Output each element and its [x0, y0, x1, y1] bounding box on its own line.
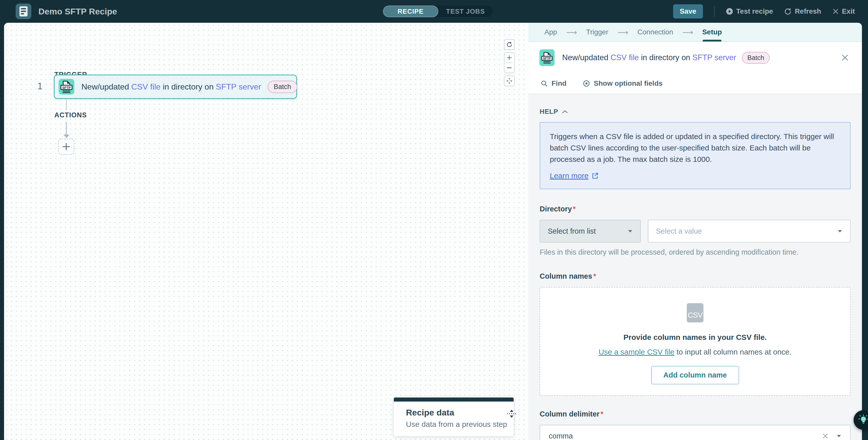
column-delimiter-value: comma	[549, 432, 822, 440]
directory-field: Directory* Select from list Select a val…	[540, 205, 850, 256]
show-optional-label: Show optional fields	[594, 80, 662, 88]
help-callout: Triggers when a CSV file is added or upd…	[540, 122, 850, 189]
use-sample-csv-link[interactable]: Use a sample CSV file	[598, 348, 674, 356]
panel-trigger-title: New/updated CSV file in directory on SFT…	[562, 53, 736, 62]
title-text-2: in directory on	[160, 82, 216, 91]
recipe-doc-icon	[19, 6, 28, 17]
config-breadcrumb: App ⟶ Trigger ⟶ Connection ⟶ Setup	[528, 23, 862, 42]
close-panel-button[interactable]	[839, 52, 851, 63]
page-title: Demo SFTP Recipe	[38, 7, 117, 17]
help-collapse-toggle[interactable]: HELP	[540, 108, 850, 116]
column-delimiter-label: Column delimiter	[540, 410, 599, 418]
breadcrumb-trigger[interactable]: Trigger	[586, 23, 609, 41]
csv-file-icon: CSV	[687, 303, 704, 322]
breadcrumb-setup[interactable]: Setup	[702, 23, 722, 41]
tab-test-jobs[interactable]: TEST JOBS	[438, 5, 493, 17]
trigger-step-card[interactable]: SFTP New/updated CSV file in directory o…	[54, 75, 297, 99]
svg-text:SFTP: SFTP	[543, 57, 551, 60]
panel-toolbar: Find Show optional fields	[528, 74, 862, 94]
required-marker: *	[593, 272, 596, 280]
setup-form: HELP Triggers when a CSV file is added o…	[528, 94, 862, 440]
recipe-data-header-bar	[394, 398, 514, 402]
header-actions: Save Test recipe Refresh Exit	[673, 0, 855, 23]
top-bar: Demo SFTP Recipe RECIPE TEST JOBS Save T…	[0, 0, 868, 23]
breadcrumb-arrow-icon: ⟶	[566, 28, 577, 37]
column-delimiter-select[interactable]: comma	[540, 425, 850, 440]
column-names-empty-state: CSV Provide column names in your CSV fil…	[540, 287, 850, 396]
step-number: 1	[35, 81, 45, 92]
show-optional-fields-button[interactable]: Show optional fields	[583, 80, 662, 88]
pan-move-icon	[506, 78, 513, 84]
app-logo-icon	[16, 3, 31, 19]
actions-section-label: ACTIONS	[54, 111, 87, 119]
learn-more-link[interactable]: Learn more	[550, 171, 588, 180]
clear-icon[interactable]	[822, 432, 829, 440]
help-label: HELP	[540, 108, 558, 116]
sftp-file-icon: SFTP	[59, 79, 74, 94]
directory-mode-value: Select from list	[548, 227, 596, 235]
reset-view-button[interactable]	[504, 39, 515, 50]
title-link-sftp-server[interactable]: SFTP server	[216, 82, 261, 91]
chevron-up-icon	[562, 110, 568, 114]
title-link-csv-file[interactable]: CSV file	[611, 53, 639, 62]
column-delimiter-field: Column delimiter* comma The character us…	[540, 410, 850, 440]
recipe-data-panel[interactable]: Recipe data Use data from a previous ste…	[394, 398, 514, 436]
pan-tool-button[interactable]	[504, 76, 515, 86]
help-text: Triggers when a CSV file is added or upd…	[550, 131, 840, 165]
optional-fields-icon	[583, 80, 590, 87]
reset-icon	[506, 41, 513, 48]
title-link-csv-file[interactable]: CSV file	[131, 82, 160, 91]
sftp-file-icon: SFTP	[540, 50, 554, 65]
connector-arrow-head	[63, 135, 69, 138]
column-names-label: Column names	[540, 272, 592, 280]
drag-handle-icon[interactable]	[507, 410, 516, 429]
test-recipe-label: Test recipe	[736, 7, 773, 16]
recipe-editor: { "header": { "title": "Demo SFTP Recipe…	[0, 0, 868, 440]
test-recipe-button[interactable]: Test recipe	[726, 7, 773, 16]
column-names-field: Column names* CSV Provide column names i…	[540, 272, 850, 396]
save-button[interactable]: Save	[673, 4, 703, 19]
chevron-down-icon[interactable]	[836, 434, 841, 438]
title-link-sftp-server[interactable]: SFTP server	[692, 53, 736, 62]
panel-trigger-header: SFTP New/updated CSV file in directory o…	[528, 42, 862, 74]
breadcrumb-setup-label: Setup	[702, 28, 722, 36]
mode-tabs: RECIPE TEST JOBS	[383, 5, 493, 17]
zoom-control	[504, 52, 515, 73]
external-link-icon	[591, 172, 598, 179]
chevron-down-icon	[837, 230, 842, 233]
recipe-data-title: Recipe data	[406, 408, 507, 417]
connector-arrow-stem	[66, 122, 67, 135]
title-text-1: New/updated	[82, 82, 131, 91]
add-step-button[interactable]	[58, 139, 74, 155]
tab-recipe[interactable]: RECIPE	[383, 5, 438, 17]
batch-badge: Batch	[268, 81, 297, 93]
search-icon	[540, 80, 548, 87]
sftp-app-icon: SFTP	[59, 79, 74, 94]
close-icon	[841, 53, 849, 62]
column-names-heading: Provide column names in your CSV file.	[624, 333, 767, 342]
header-divider	[714, 6, 715, 17]
step-config-panel: App ⟶ Trigger ⟶ Connection ⟶ Setup SFTP …	[528, 23, 862, 440]
zoom-out-button[interactable]	[504, 63, 514, 72]
play-icon	[726, 7, 733, 15]
required-marker: *	[573, 205, 576, 213]
plus-icon	[61, 142, 71, 152]
directory-label: Directory	[540, 205, 572, 213]
exit-button[interactable]: Exit	[832, 7, 855, 16]
refresh-icon	[784, 7, 792, 15]
breadcrumb-connection[interactable]: Connection	[638, 23, 673, 41]
breadcrumb-app[interactable]: App	[545, 23, 557, 41]
refresh-button[interactable]: Refresh	[784, 7, 821, 16]
sample-csv-suffix: to input all column names at once.	[674, 348, 792, 356]
add-column-name-button[interactable]: Add column name	[651, 366, 739, 384]
zoom-in-button[interactable]	[504, 53, 514, 62]
find-button[interactable]: Find	[540, 80, 566, 88]
recipe-canvas[interactable]: TRIGGER 1 SFTP New/updated CSV file in d…	[4, 23, 528, 440]
directory-helper-text: Files in this directory will be processe…	[540, 248, 850, 256]
required-marker: *	[600, 410, 603, 418]
title-text-1: New/updated	[562, 53, 611, 62]
directory-mode-select[interactable]: Select from list	[540, 220, 641, 242]
directory-value-select[interactable]: Select a value	[648, 220, 850, 242]
breadcrumb-arrow-icon: ⟶	[682, 28, 693, 37]
zoom-in-icon	[506, 55, 513, 61]
